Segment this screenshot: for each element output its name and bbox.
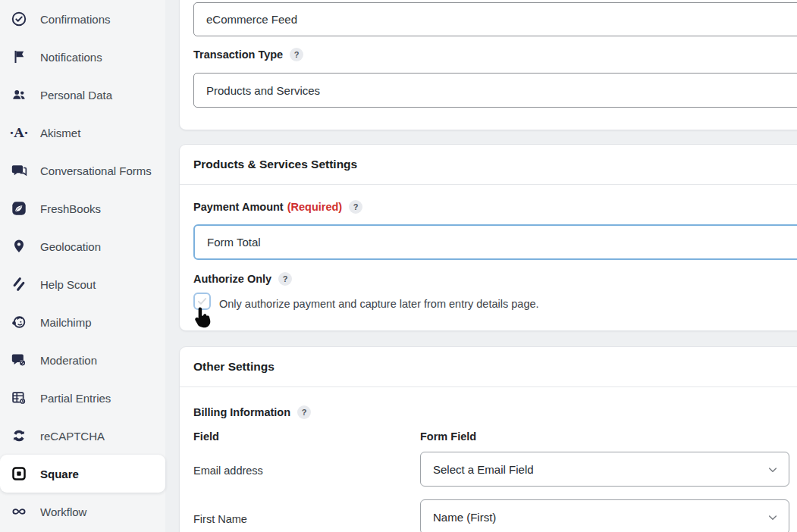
helpscout-icon (11, 276, 27, 293)
other-settings-card: Other Settings Billing Information ? Fie… (179, 346, 797, 532)
sidebar-item-akismet[interactable]: ·A· Akismet (0, 114, 165, 152)
sidebar-item-label: Moderation (40, 354, 97, 367)
other-settings-title: Other Settings (180, 347, 797, 387)
akismet-icon: ·A· (11, 124, 27, 141)
chat-bubbles-icon (11, 162, 27, 179)
billing-information-label-text: Billing Information (193, 406, 290, 418)
billing-information-label: Billing Information ? (193, 405, 311, 419)
map-pin-icon (11, 238, 27, 255)
sidebar-item-geolocation[interactable]: Geolocation (0, 227, 165, 265)
select-value: Name (First) (433, 511, 496, 524)
table-clock-icon (11, 390, 27, 406)
sidebar-item-label: Workflow (40, 505, 86, 518)
sidebar-item-confirmations[interactable]: Confirmations (0, 0, 165, 38)
chevron-down-icon (767, 512, 779, 524)
sidebar-item-mailchimp[interactable]: Mailchimp (0, 303, 165, 341)
payment-amount-help-icon[interactable]: ? (349, 200, 362, 214)
settings-sidebar: Confirmations Notifications Personal Dat… (0, 0, 165, 532)
column-header-form-field: Form Field (420, 430, 476, 443)
mouse-cursor-hand-icon (190, 305, 215, 333)
payment-amount-label: Payment Amount (Required) ? (193, 200, 362, 214)
sidebar-item-label: Notifications (40, 51, 102, 64)
feed-settings-main: Transaction Type ? Products & Services S… (179, 0, 797, 532)
authorize-only-label: Authorize Only ? (193, 272, 292, 286)
sidebar-item-help-scout[interactable]: Help Scout (0, 265, 165, 303)
products-services-settings-card: Products & Services Settings Payment Amo… (179, 144, 797, 331)
sidebar-item-partial-entries[interactable]: Partial Entries (0, 379, 165, 417)
select-value: Select a Email Field (433, 463, 534, 476)
sidebar-item-label: Geolocation (40, 240, 101, 253)
sidebar-item-square[interactable]: Square (0, 455, 165, 493)
sidebar-item-notifications[interactable]: Notifications (0, 38, 165, 76)
billing-information-help-icon[interactable]: ? (297, 405, 311, 419)
sidebar-item-label: Partial Entries (40, 392, 111, 405)
sidebar-item-personal-data[interactable]: Personal Data (0, 76, 165, 114)
sidebar-item-label: reCAPTCHA (40, 430, 105, 443)
sidebar-item-label: Personal Data (40, 89, 112, 102)
check-circle-icon (11, 11, 27, 27)
infinity-link-icon (11, 503, 27, 520)
transaction-type-label: Transaction Type ? (193, 48, 303, 61)
products-services-settings-title: Products & Services Settings (180, 145, 797, 185)
card-title-text: Products & Services Settings (193, 158, 357, 171)
first-name-field-select[interactable]: Name (First) (420, 499, 789, 532)
column-header-field: Field (193, 430, 219, 443)
flag-icon (11, 49, 27, 65)
authorize-only-label-text: Authorize Only (193, 273, 271, 285)
sidebar-item-label: Help Scout (40, 278, 96, 291)
mailchimp-icon (11, 314, 27, 330)
sidebar-item-moderation[interactable]: Moderation (0, 341, 165, 379)
moderation-icon (11, 352, 27, 368)
feed-name-input[interactable] (193, 2, 797, 36)
sidebar-item-label: Akismet (40, 127, 80, 139)
sidebar-item-freshbooks[interactable]: FreshBooks (0, 189, 165, 227)
required-indicator: (Required) (287, 201, 343, 213)
email-field-select[interactable]: Select a Email Field (420, 452, 789, 487)
freshbooks-icon (11, 200, 27, 217)
billing-row-label-first-name: First Name (193, 513, 247, 525)
sidebar-item-label: Mailchimp (40, 316, 92, 329)
feed-name-card: Transaction Type ? (179, 0, 797, 130)
square-logo-icon (11, 465, 27, 482)
authorize-only-description: Only authorize payment and capture later… (219, 298, 539, 310)
sidebar-item-label: Conversational Forms (40, 164, 152, 177)
transaction-type-label-text: Transaction Type (193, 49, 283, 61)
sidebar-item-recaptcha[interactable]: reCAPTCHA (0, 417, 165, 455)
sidebar-item-label: FreshBooks (40, 202, 101, 215)
recaptcha-icon (11, 427, 27, 444)
sidebar-item-conversational-forms[interactable]: Conversational Forms (0, 152, 165, 189)
payment-amount-input[interactable] (193, 224, 797, 260)
chevron-down-icon (767, 464, 779, 476)
authorize-only-help-icon[interactable]: ? (278, 272, 292, 286)
sidebar-item-label: Square (40, 468, 79, 480)
payment-amount-label-text: Payment Amount (193, 201, 284, 213)
sidebar-item-label: Confirmations (40, 13, 111, 26)
transaction-type-help-icon[interactable]: ? (290, 48, 303, 61)
transaction-type-input[interactable] (193, 73, 797, 108)
sidebar-item-workflow[interactable]: Workflow (0, 493, 165, 530)
billing-row-label-email: Email address (193, 465, 263, 477)
card-title-text: Other Settings (193, 360, 275, 374)
people-icon (11, 86, 27, 103)
